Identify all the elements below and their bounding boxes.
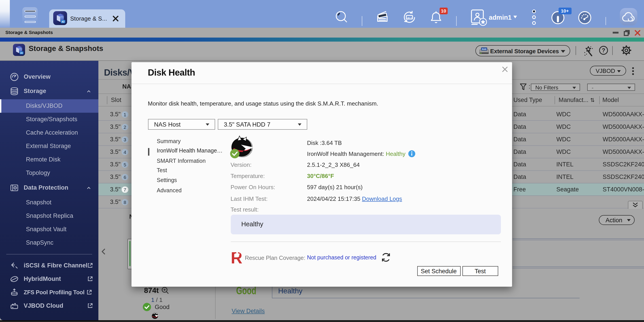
svg-text:RAID: RAID	[482, 48, 486, 50]
svg-text:IO: IO	[20, 52, 23, 54]
svg-text:?: ?	[602, 47, 605, 53]
svg-text:IO: IO	[62, 20, 64, 23]
